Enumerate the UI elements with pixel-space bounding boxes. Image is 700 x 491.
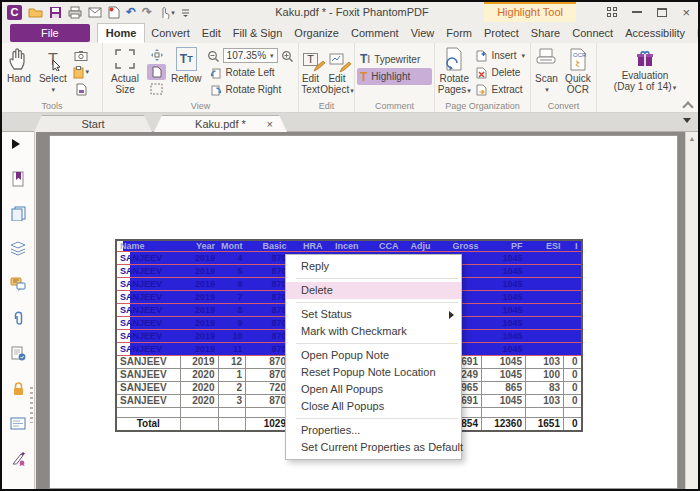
ribbon-tab-fill-sign[interactable]: Fill & Sign <box>227 23 289 43</box>
scan-label: Scan <box>535 73 558 84</box>
table-cell: 2019 <box>180 330 218 343</box>
close-tab-icon[interactable]: × <box>267 116 273 133</box>
rotate-pages-button[interactable]: Rotate Pages▾ <box>437 47 471 96</box>
foxit-logo-icon[interactable]: C <box>7 5 22 20</box>
table-header-row[interactable]: NameYearMontBasicHRAIncenCCAAdjuGrossPFE… <box>116 240 582 252</box>
table-cell <box>564 343 582 356</box>
ribbon-tab-home[interactable]: Home <box>97 23 146 43</box>
zoom-level-combobox[interactable]: 107.35%▾ <box>223 48 278 63</box>
context-menu-item-set-current-properties-as-default[interactable]: Set Current Properties as Default <box>286 439 461 456</box>
marquee-zoom-button[interactable] <box>147 81 166 97</box>
fit-width-button[interactable] <box>147 64 166 80</box>
ribbon-tab-comment[interactable]: Comment <box>345 23 405 43</box>
restore-icon[interactable] <box>657 8 667 17</box>
expand-panel-icon[interactable] <box>12 139 20 149</box>
extract-pages-button[interactable]: Extract <box>473 81 528 98</box>
comments-icon[interactable] <box>9 275 27 292</box>
table-cell: 870 <box>246 252 290 265</box>
touch-mode-icon[interactable]: ▾ <box>158 5 175 20</box>
evaluation-button[interactable]: Evaluation (Day 1 of 14)▾ <box>599 47 691 93</box>
quick-ocr-label: Quick OCR <box>562 73 594 95</box>
edit-object-label: Edit Object <box>320 73 349 95</box>
ribbon-tab-organize[interactable]: Organize <box>288 23 345 43</box>
minimize-icon[interactable] <box>632 11 642 13</box>
context-menu-item-delete[interactable]: Delete <box>286 282 461 299</box>
context-menu-item-close-all-popups[interactable]: Close All Popups <box>286 398 461 415</box>
table-cell: 10 <box>218 330 246 343</box>
ribbon-tab-help[interactable]: Help <box>691 23 700 43</box>
context-menu-item-mark-with-checkmark[interactable]: Mark with Checkmark <box>286 323 461 340</box>
select-dropdown-icon: ▾ <box>52 84 56 95</box>
email-icon[interactable] <box>88 5 102 20</box>
hand-tool-button[interactable]: Hand <box>4 47 34 84</box>
ribbon-tab-share[interactable]: Share <box>525 23 566 43</box>
ribbon-tab-accessibility[interactable]: Accessibility <box>619 23 691 43</box>
form-fields-icon[interactable] <box>9 415 27 432</box>
document-tab-kaku-pdf[interactable]: Kaku.pdf *× <box>154 115 287 132</box>
save-icon[interactable] <box>49 5 62 20</box>
print-icon[interactable] <box>68 5 82 20</box>
paste-page-button[interactable] <box>72 81 91 97</box>
table-cell: 1045 <box>482 304 526 317</box>
context-menu-item-open-popup-note[interactable]: Open Popup Note <box>286 347 461 364</box>
bookmarks-icon[interactable] <box>9 170 27 187</box>
collapse-ribbon-icon[interactable] <box>684 101 691 108</box>
reflow-button[interactable]: TT Reflow <box>168 47 205 84</box>
ribbon-group-tools: Hand T Select ▾ ▾ Tools <box>2 43 103 112</box>
security-icon[interactable] <box>9 380 27 397</box>
table-cell: 100 <box>526 369 564 382</box>
context-menu-item-set-status[interactable]: Set Status <box>286 306 461 323</box>
titlebar: C ↶ ↷ ▾ Kaku.pdf * - Foxit PhantomPDF Hi… <box>2 2 698 22</box>
table-cell: 0 <box>564 369 582 382</box>
ribbon-tab-protect[interactable]: Protect <box>478 23 525 43</box>
tile-windows-icon[interactable] <box>607 7 617 17</box>
quick-ocr-button[interactable]: OCR Quick OCR <box>562 47 594 95</box>
edit-object-button[interactable]: Edit Object▾ <box>322 47 352 96</box>
actual-size-button[interactable]: Actual Size <box>105 47 145 95</box>
panel-splitter-grip[interactable] <box>30 387 33 423</box>
highlight-button[interactable]: T Highlight <box>357 68 432 85</box>
ribbon-tab-form[interactable]: Form <box>440 23 478 43</box>
ribbon-tab-convert[interactable]: Convert <box>145 23 196 43</box>
delete-pages-button[interactable]: Delete <box>473 64 528 81</box>
close-icon[interactable]: × <box>682 6 690 19</box>
new-document-icon[interactable] <box>108 5 120 20</box>
table-cell: PF <box>482 240 526 252</box>
scan-button[interactable]: Scan ▾ <box>533 47 560 95</box>
snapshot-button[interactable] <box>72 47 91 63</box>
clipboard-button[interactable]: ▾ <box>72 64 91 80</box>
ribbon-tab-edit[interactable]: Edit <box>196 23 227 43</box>
context-menu-item-reset-popup-note-location[interactable]: Reset Popup Note Location <box>286 364 461 381</box>
context-menu-item-reply[interactable]: Reply <box>286 258 461 275</box>
fit-page-button[interactable] <box>147 47 166 63</box>
redo-icon[interactable]: ↷ <box>142 5 152 20</box>
scroll-up-icon[interactable]: ▲ <box>686 135 698 142</box>
attachments-icon[interactable] <box>9 310 27 327</box>
context-menu-item-open-all-popups[interactable]: Open All Popups <box>286 381 461 398</box>
edit-text-button[interactable]: T Edit Text <box>301 47 320 95</box>
vertical-scrollbar[interactable]: ▲ <box>685 132 698 489</box>
typewriter-button[interactable]: TI Typewriter <box>357 51 432 68</box>
table-cell: 870 <box>246 369 290 382</box>
zoom-out-icon[interactable] <box>207 50 220 62</box>
page-thumbnails-icon[interactable] <box>9 205 27 222</box>
context-menu-item-properties[interactable]: Properties... <box>286 422 461 439</box>
open-file-icon[interactable] <box>28 5 43 20</box>
tab-list-dropdown-icon[interactable] <box>683 118 691 123</box>
digital-signatures-icon[interactable] <box>9 345 27 362</box>
select-tool-button[interactable]: T Select ▾ <box>36 47 70 95</box>
view-group-label: View <box>103 101 298 111</box>
file-menu-button[interactable]: File <box>10 24 90 42</box>
typewriter-icon: TI <box>360 53 370 66</box>
rotate-left-button[interactable]: Rotate Left <box>207 64 294 81</box>
undo-icon[interactable]: ↶ <box>126 5 136 20</box>
document-tab-start[interactable]: Start <box>34 115 152 132</box>
zoom-in-icon[interactable] <box>281 50 294 62</box>
ink-signature-icon[interactable] <box>9 450 27 467</box>
insert-pages-button[interactable]: Insert▾ <box>473 47 528 64</box>
table-cell: 0 <box>564 395 582 408</box>
layers-icon[interactable] <box>9 240 27 257</box>
ribbon-tab-view[interactable]: View <box>405 23 441 43</box>
rotate-right-button[interactable]: Rotate Right <box>207 81 294 98</box>
ribbon-tab-connect[interactable]: Connect <box>566 23 619 43</box>
